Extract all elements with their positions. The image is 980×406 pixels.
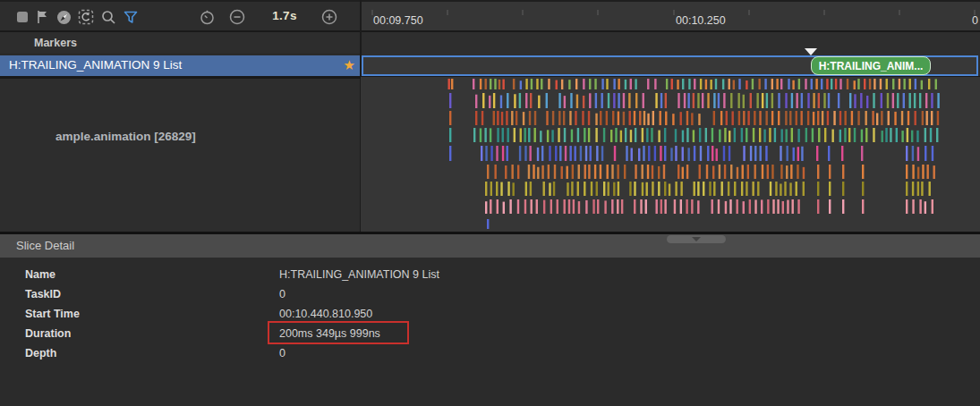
field-label: Name — [25, 268, 55, 281]
track-row-trailing-animation[interactable]: H:TRAILING_ANIMATION 9 List ★ — [0, 55, 360, 76]
field-label: Start Time — [25, 308, 80, 320]
field-row-taskid: TaskID 0 — [0, 284, 980, 304]
field-row-duration: Duration 200ms 349µs 999ns — [0, 324, 980, 343]
panel-collapse-handle[interactable] — [667, 235, 726, 243]
filter-button[interactable] — [123, 9, 139, 25]
toolbar: 1.7s — [0, 0, 361, 32]
field-value: 0 — [279, 347, 285, 359]
slice-label: H:TRAILING_ANIM... — [819, 60, 924, 72]
timer-icon — [200, 10, 215, 25]
field-value: 00:10.440.810.950 — [279, 308, 372, 320]
search-button[interactable] — [100, 9, 116, 25]
ruler-tick — [823, 10, 825, 15]
field-label: TaskID — [25, 288, 61, 300]
stop-button[interactable] — [14, 9, 30, 25]
ruler-label: 0 — [972, 14, 978, 27]
compass-button[interactable] — [55, 9, 72, 25]
loop-selection-button[interactable] — [78, 9, 94, 25]
loop-selection-icon — [78, 9, 94, 25]
flame-chart-canvas[interactable] — [361, 77, 980, 232]
ruler-label: 00:10.250 — [676, 14, 726, 27]
trailing-animation-slice[interactable]: H:TRAILING_ANIM... — [811, 56, 931, 75]
process-track-header[interactable]: ample.animation [26829] — [0, 79, 360, 232]
ruler-tick — [522, 10, 524, 15]
field-label: Duration — [25, 327, 71, 340]
ruler-tick — [748, 10, 750, 15]
stop-icon — [16, 11, 29, 23]
trace-profiler-window: 1.7s 00:09.750 00:10.250 0 Markers H:TRA… — [0, 0, 980, 406]
ruler-tick — [597, 10, 599, 15]
markers-row[interactable]: Markers — [0, 32, 360, 55]
field-label: Depth — [25, 347, 56, 359]
ruler-tick — [447, 10, 448, 15]
slice-start-marker-icon — [805, 48, 817, 55]
field-row-name: Name H:TRAILING_ANIMATION 9 List — [0, 265, 980, 284]
flag-icon — [36, 10, 49, 24]
compass-icon — [56, 10, 72, 25]
zoom-out-button[interactable] — [229, 9, 245, 25]
zoom-level-value: 1.7s — [265, 9, 304, 22]
search-icon — [101, 10, 116, 25]
filter-icon — [124, 11, 138, 24]
ruler-tick — [673, 10, 675, 15]
star-icon[interactable]: ★ — [344, 57, 355, 73]
ruler-label: 00:09.750 — [373, 14, 423, 27]
zoom-in-button[interactable] — [321, 9, 337, 25]
slice-detail-title: Slice Detail — [16, 239, 74, 252]
timeline-ruler[interactable]: 00:09.750 00:10.250 0 — [361, 0, 980, 32]
field-value: H:TRAILING_ANIMATION 9 List — [279, 268, 439, 281]
zoom-out-icon — [229, 9, 245, 25]
ruler-tick — [899, 10, 900, 15]
field-value: 200ms 349µs 999ns — [279, 327, 380, 340]
markers-label: Markers — [34, 37, 77, 49]
slice-detail-header: Slice Detail — [0, 234, 980, 258]
process-label: ample.animation [26829] — [55, 130, 196, 143]
field-row-start-time: Start Time 00:10.440.810.950 — [0, 304, 980, 324]
field-row-depth: Depth 0 — [0, 343, 980, 363]
field-value: 0 — [279, 288, 285, 300]
chevron-down-icon — [692, 237, 701, 241]
zoom-in-icon — [321, 9, 337, 25]
slice-detail-body: Name H:TRAILING_ANIMATION 9 List TaskID … — [0, 258, 980, 406]
timer-button[interactable] — [199, 9, 215, 25]
track-row-label: H:TRAILING_ANIMATION 9 List — [9, 58, 182, 72]
flag-button[interactable] — [34, 9, 50, 25]
